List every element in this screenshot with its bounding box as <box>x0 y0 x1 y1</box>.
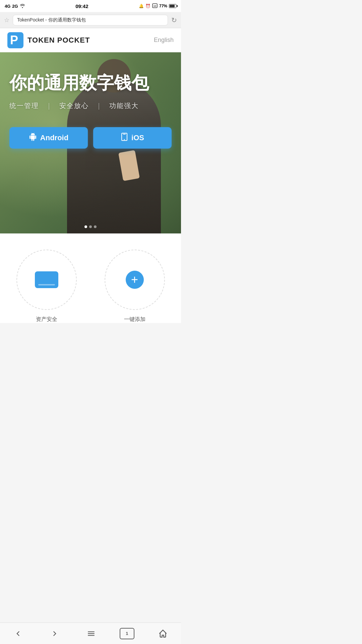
feature-label-2: 一键添加 <box>124 316 145 323</box>
feature-circle-1 <box>16 250 77 310</box>
feature-item-security: 资产安全 <box>7 250 85 323</box>
subtitle-sep2: ｜ <box>96 102 103 109</box>
svg-text:HD: HD <box>154 5 157 7</box>
phone-hd-icon: HD <box>152 3 158 9</box>
alarm-icon: 🔔 <box>139 4 144 8</box>
features-section: 资产安全 + 一键添加 <box>0 233 181 323</box>
hero-title: 你的通用数字钱包 <box>9 72 172 93</box>
refresh-icon[interactable]: ↻ <box>171 16 177 24</box>
dot-1 <box>84 225 87 228</box>
browser-bar: ☆ TokenPocket - 你的通用数字钱包 ↻ <box>0 12 181 28</box>
dot-2 <box>89 225 92 228</box>
subtitle-safe: 安全放心 <box>59 102 89 109</box>
ios-label: iOS <box>131 133 144 142</box>
svg-text:P: P <box>10 33 18 47</box>
status-right-area: 🔔 ⏰ HD 77% <box>139 3 176 9</box>
hero-section: 你的通用数字钱包 统一管理 ｜ 安全放心 ｜ 功能强大 Android <box>0 52 181 233</box>
features-grid: 资产安全 + 一键添加 <box>7 250 174 323</box>
feature-label-1: 资产安全 <box>36 316 57 323</box>
svg-point-6 <box>124 139 125 140</box>
android-icon <box>29 133 37 143</box>
ios-download-button[interactable]: iOS <box>93 127 172 149</box>
bookmark-icon[interactable]: ☆ <box>4 16 9 24</box>
plus-icon: + <box>126 271 144 289</box>
battery-icon <box>169 4 176 8</box>
site-header: P TOKEN POCKET English <box>0 28 181 52</box>
status-signals: 4G 2G <box>5 3 25 9</box>
status-time: 09:42 <box>75 3 88 9</box>
hero-subtitle: 统一管理 ｜ 安全放心 ｜ 功能强大 <box>9 101 172 110</box>
carousel-dots <box>84 225 97 228</box>
hero-content: 你的通用数字钱包 统一管理 ｜ 安全放心 ｜ 功能强大 Android <box>0 52 181 149</box>
android-download-button[interactable]: Android <box>9 127 88 149</box>
status-bar: 4G 2G 09:42 🔔 ⏰ HD 77% <box>0 0 181 12</box>
card-icon <box>35 271 58 288</box>
logo-icon: P <box>7 32 23 48</box>
logo-area: P TOKEN POCKET <box>7 32 90 48</box>
wifi-icon <box>20 3 25 9</box>
language-button[interactable]: English <box>154 37 174 44</box>
dot-3 <box>94 225 97 228</box>
subtitle-powerful: 功能强大 <box>109 102 139 109</box>
signal-2g: 2G <box>12 4 18 9</box>
subtitle-sep1: ｜ <box>46 102 53 109</box>
feature-circle-2: + <box>105 250 165 310</box>
feature-item-add: + 一键添加 <box>96 250 174 323</box>
svg-rect-5 <box>123 134 126 135</box>
subtitle-manage: 统一管理 <box>9 102 39 109</box>
ios-icon <box>121 133 128 143</box>
clock-icon: ⏰ <box>145 4 150 8</box>
download-buttons: Android iOS <box>9 127 172 149</box>
logo-text: TOKEN POCKET <box>27 36 90 45</box>
signal-4g: 4G <box>5 4 10 9</box>
address-bar[interactable]: TokenPocket - 你的通用数字钱包 <box>13 15 168 25</box>
android-label: Android <box>40 133 68 142</box>
battery-percentage: 77% <box>159 4 167 8</box>
